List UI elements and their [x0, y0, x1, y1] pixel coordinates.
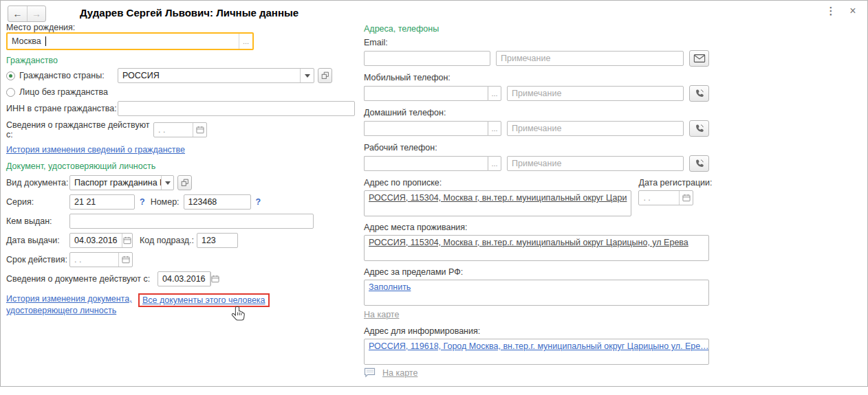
call-mobile-button[interactable] [689, 85, 709, 102]
date-value: 04.03.2016 [158, 274, 210, 284]
mobile-phone-choose-button[interactable]: ... [488, 86, 501, 101]
stateless-radio-label: Лицо без гражданства [19, 87, 108, 97]
nav-history-group: ← → [8, 5, 46, 22]
open-in-window-icon [321, 71, 330, 80]
registration-date-input[interactable]: . . [638, 190, 693, 205]
doc-type-label: Вид документа: [6, 178, 69, 188]
back-button[interactable]: ← [8, 6, 27, 21]
inn-label: ИНН в стране гражданства: [6, 104, 118, 113]
addresses-section-header: Адреса, телефоны [364, 24, 709, 34]
issued-by-input[interactable] [69, 214, 314, 229]
work-phone-choose-button[interactable]: ... [488, 156, 501, 171]
registration-address-link[interactable]: РОССИЯ, 115304, Москва г, вн.тер.г. муни… [369, 193, 627, 203]
forward-button[interactable]: → [27, 6, 45, 21]
work-note-input[interactable] [507, 156, 684, 171]
call-work-button[interactable] [689, 155, 709, 172]
on-map-link-2[interactable]: На карте [382, 368, 417, 378]
document-section-header: Документ, удостоверяющий личность [6, 161, 356, 171]
series-input[interactable]: 21 21 [69, 194, 135, 210]
highlight-box: Все документы этого человека [138, 293, 270, 307]
open-country-button[interactable] [318, 68, 332, 83]
doc-valid-from-label: Сведения о документе действуют с: [6, 274, 158, 284]
registration-address-field[interactable]: РОССИЯ, 115304, Москва г, вн.тер.г. муни… [364, 190, 631, 216]
doc-history-link[interactable]: История изменения документа, удостоверяю… [6, 293, 135, 317]
issue-date-input[interactable]: 04.03.2016 [69, 233, 133, 248]
issue-date-label: Дата выдачи: [6, 236, 69, 245]
call-home-button[interactable] [689, 120, 709, 137]
citizenship-country-radio[interactable]: Гражданство страны: [6, 71, 118, 80]
doc-valid-from-date-input[interactable]: 04.03.2016 [158, 271, 211, 286]
envelope-icon [693, 54, 706, 63]
living-address-field[interactable]: РОССИЯ, 115304, Москва г, вн.тер.г. муни… [364, 235, 709, 261]
calendar-icon[interactable] [679, 191, 693, 205]
comment-bubble-icon[interactable] [364, 368, 376, 378]
mobile-phone-input[interactable] [364, 86, 488, 101]
send-email-button[interactable] [689, 50, 709, 67]
dept-code-label: Код подразд.: [140, 236, 194, 245]
series-label: Серия: [6, 197, 69, 207]
email-note-input[interactable] [496, 51, 684, 66]
informing-address-field[interactable]: РОССИЯ, 119618, Город Москва, вн.тер.г. … [364, 339, 709, 365]
home-phone-input[interactable] [364, 121, 488, 136]
abroad-address-label: Адрес за пределами РФ: [364, 267, 709, 277]
birthplace-value: Москва [8, 36, 45, 46]
left-column: Место рождения: Москва ... Гражданство Г… [6, 23, 356, 317]
work-phone-input[interactable] [364, 156, 488, 171]
living-address-link[interactable]: РОССИЯ, 115304, Москва г, вн.тер.г. муни… [369, 238, 688, 247]
citizenship-country-value: РОССИЯ [118, 71, 300, 80]
fill-address-link[interactable]: Заполнить [369, 282, 411, 292]
birthplace-label: Место рождения: [6, 23, 356, 32]
right-column: Адреса, телефоны Email: Мобильный телефо… [364, 24, 709, 395]
series-hint-icon[interactable]: ? [140, 197, 145, 207]
mobile-note-input[interactable] [507, 86, 684, 101]
citizenship-valid-from-label: Сведения о гражданстве действуют с: [6, 120, 153, 139]
open-doc-type-button[interactable] [177, 175, 192, 190]
citizenship-country-select[interactable]: РОССИЯ [118, 68, 314, 83]
number-label: Номер: [151, 197, 180, 207]
date-value: 04.03.2016 [70, 236, 122, 245]
doc-type-select[interactable]: Паспорт гражданина РФ [69, 175, 174, 190]
informing-address-label: Адрес для информирования: [364, 326, 709, 336]
calendar-icon[interactable] [210, 272, 220, 286]
citizenship-section-header: Гражданство [6, 56, 356, 65]
all-documents-link[interactable]: Все документы этого человека [142, 295, 265, 305]
cursor-hand-icon [230, 306, 247, 324]
birthplace-input[interactable]: Москва ... [6, 32, 254, 50]
number-input[interactable]: 123468 [184, 194, 251, 210]
doc-type-value: Паспорт гражданина РФ [70, 178, 161, 188]
calendar-icon[interactable] [118, 253, 132, 267]
chevron-down-icon[interactable] [300, 69, 314, 82]
number-hint-icon[interactable]: ? [256, 197, 261, 207]
email-input[interactable] [364, 51, 490, 66]
inn-input[interactable] [118, 101, 355, 116]
citizenship-history-link[interactable]: История изменения сведений о гражданстве [6, 145, 185, 155]
radio-unselected-icon[interactable] [6, 88, 15, 97]
birthplace-choose-button[interactable]: ... [239, 34, 252, 49]
home-phone-choose-button[interactable]: ... [488, 121, 501, 136]
more-menu-button[interactable]: ⋮ [823, 3, 838, 19]
calendar-icon[interactable] [122, 234, 132, 247]
valid-until-date-input[interactable]: . . [69, 252, 133, 267]
stateless-radio[interactable]: Лицо без гражданства [6, 87, 356, 97]
citizenship-country-radio-label: Гражданство страны: [19, 71, 105, 80]
date-value: . . [154, 125, 193, 135]
window-frame: ← → Дударев Сергей Львович: Личные данны… [0, 0, 868, 387]
citizenship-valid-from-date-input[interactable]: . . [153, 122, 207, 137]
phone-icon [694, 88, 705, 99]
chevron-down-icon[interactable] [161, 176, 173, 190]
dept-code-value: 123 [197, 236, 237, 245]
informing-address-link[interactable]: РОССИЯ, 119618, Город Москва, вн.тер.г. … [369, 341, 709, 351]
registration-address-label: Адрес по прописке: [364, 178, 631, 188]
on-map-link[interactable]: На карте [364, 310, 399, 319]
radio-selected-icon[interactable] [6, 71, 15, 80]
living-address-label: Адрес места проживания: [364, 223, 709, 232]
close-icon[interactable]: × [845, 3, 860, 19]
phone-icon [694, 123, 705, 134]
home-note-input[interactable] [507, 121, 684, 136]
calendar-icon[interactable] [193, 123, 206, 137]
open-in-window-icon [180, 178, 190, 188]
date-value: . . [70, 255, 118, 264]
dept-code-input[interactable]: 123 [197, 233, 238, 248]
valid-until-label: Срок действия: [6, 255, 69, 264]
abroad-address-field[interactable]: Заполнить [364, 280, 709, 306]
